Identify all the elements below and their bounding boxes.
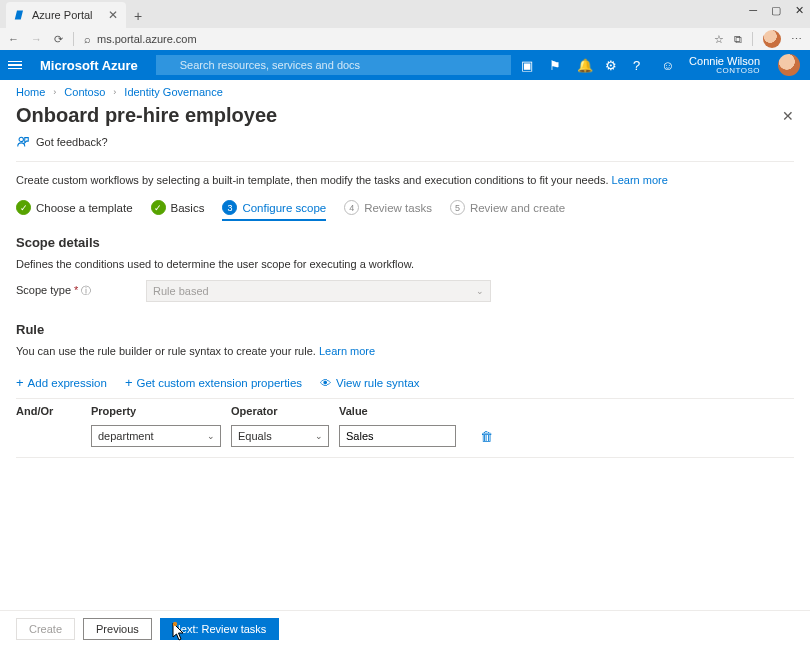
view-rule-syntax-button[interactable]: 👁View rule syntax	[320, 375, 420, 390]
browser-tab[interactable]: Azure Portal ✕	[6, 2, 126, 28]
step-review-tasks[interactable]: 4Review tasks	[344, 200, 432, 215]
learn-more-link[interactable]: Learn more	[612, 174, 668, 186]
delete-icon[interactable]: 🗑	[480, 429, 493, 444]
directories-icon[interactable]: ⚑	[549, 58, 563, 72]
svg-marker-0	[15, 11, 23, 20]
step-review-create[interactable]: 5Review and create	[450, 200, 565, 215]
forward-icon[interactable]: →	[31, 33, 42, 45]
col-value: Value	[339, 405, 459, 417]
plus-icon: +	[16, 375, 24, 390]
svg-point-1	[19, 137, 23, 141]
operator-select[interactable]: Equals⌄	[231, 425, 329, 447]
breadcrumb-item[interactable]: Identity Governance	[124, 86, 222, 98]
wizard-stepper: Choose a template Basics 3Configure scop…	[0, 196, 810, 221]
back-icon[interactable]: ←	[8, 33, 19, 45]
col-property: Property	[91, 405, 231, 417]
chevron-down-icon: ⌄	[476, 286, 484, 296]
eye-icon: 👁	[320, 377, 332, 389]
property-select[interactable]: department⌄	[91, 425, 221, 447]
help-icon[interactable]: ?	[633, 58, 647, 72]
close-blade-icon[interactable]: ✕	[782, 108, 794, 124]
get-custom-properties-button[interactable]: +Get custom extension properties	[125, 375, 302, 390]
col-andor: And/Or	[16, 405, 91, 417]
scope-type-label: Scope type * ⓘ	[16, 284, 136, 298]
window-maximize[interactable]: ▢	[771, 4, 781, 17]
tab-close-icon[interactable]: ✕	[108, 8, 118, 22]
chevron-right-icon: ›	[53, 87, 56, 97]
create-button: Create	[16, 618, 75, 640]
azure-favicon-icon	[14, 9, 26, 21]
rule-table-header: And/Or Property Operator Value	[0, 401, 810, 421]
chevron-right-icon: ›	[113, 87, 116, 97]
scope-type-select: Rule based ⌄	[146, 280, 491, 302]
profile-avatar-icon[interactable]	[763, 30, 781, 48]
scope-heading: Scope details	[16, 235, 794, 250]
breadcrumb: Home › Contoso › Identity Governance	[0, 80, 810, 104]
user-account[interactable]: Connie Wilson CONTOSO	[689, 55, 764, 76]
global-search[interactable]: ⌕	[156, 55, 511, 75]
next-button[interactable]: Next: Review tasks	[160, 618, 280, 640]
feedback-person-icon	[16, 135, 30, 149]
rule-subtext: You can use the rule builder or rule syn…	[16, 345, 794, 357]
user-avatar-icon[interactable]	[778, 54, 800, 76]
previous-button[interactable]: Previous	[83, 618, 152, 640]
col-operator: Operator	[231, 405, 339, 417]
refresh-icon[interactable]: ⟳	[54, 33, 63, 46]
rule-heading: Rule	[16, 322, 794, 337]
breadcrumb-item[interactable]: Home	[16, 86, 45, 98]
add-expression-button[interactable]: +Add expression	[16, 375, 107, 390]
rule-learn-more-link[interactable]: Learn more	[319, 345, 375, 357]
cloud-shell-icon[interactable]: ▣	[521, 58, 535, 72]
tab-title: Azure Portal	[32, 9, 93, 21]
rule-row: department⌄ Equals⌄ 🗑	[0, 421, 810, 457]
settings-gear-icon[interactable]: ⚙	[605, 58, 619, 72]
plus-icon: +	[125, 375, 133, 390]
step-basics[interactable]: Basics	[151, 200, 205, 215]
info-icon[interactable]: ⓘ	[81, 285, 91, 296]
window-minimize[interactable]: ─	[749, 4, 757, 17]
favorite-icon[interactable]: ☆	[714, 33, 724, 46]
url-text[interactable]: ms.portal.azure.com	[97, 33, 197, 45]
chevron-down-icon: ⌄	[207, 431, 215, 441]
collections-icon[interactable]: ⧉	[734, 33, 742, 46]
user-name: Connie Wilson	[689, 55, 760, 67]
notifications-icon[interactable]: 🔔	[577, 58, 591, 72]
wizard-footer: Create Previous Next: Review tasks	[0, 610, 810, 646]
brand-label: Microsoft Azure	[40, 58, 138, 73]
step-configure-scope[interactable]: 3Configure scope	[222, 200, 326, 215]
scope-subtext: Defines the conditions used to determine…	[16, 258, 794, 270]
feedback-label: Got feedback?	[36, 136, 108, 148]
feedback-face-icon[interactable]: ☺	[661, 58, 675, 72]
user-org: CONTOSO	[689, 67, 760, 76]
search-url-icon: ⌕	[84, 33, 91, 45]
menu-hamburger-icon[interactable]	[0, 50, 30, 80]
breadcrumb-item[interactable]: Contoso	[64, 86, 105, 98]
value-input[interactable]	[339, 425, 456, 447]
search-input[interactable]	[156, 55, 511, 75]
chevron-down-icon: ⌄	[315, 431, 323, 441]
more-icon[interactable]: ⋯	[791, 33, 802, 46]
page-description: Create custom workflows by selecting a b…	[0, 162, 810, 196]
step-choose-template[interactable]: Choose a template	[16, 200, 133, 215]
new-tab-button[interactable]: +	[126, 4, 150, 28]
page-title: Onboard pre-hire employee	[16, 104, 277, 127]
feedback-link[interactable]: Got feedback?	[0, 127, 810, 161]
window-close[interactable]: ✕	[795, 4, 804, 17]
